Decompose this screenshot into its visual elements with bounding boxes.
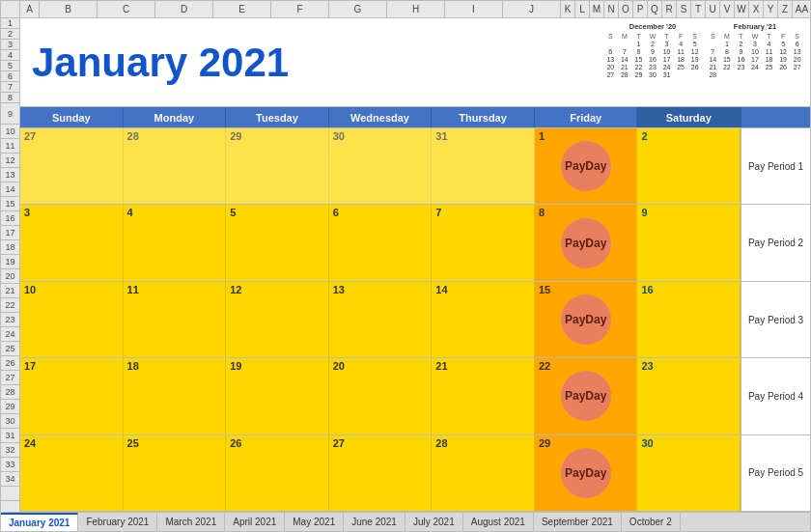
mini-cal-day <box>674 70 688 78</box>
cal-cell-11: 11 <box>124 282 227 357</box>
sheet-tab-february-2021[interactable]: February 2021 <box>78 513 157 532</box>
sheet-tab-july-2021[interactable]: July 2021 <box>406 513 463 532</box>
col-header-X: X <box>749 1 764 17</box>
col-header-B: B <box>40 1 98 17</box>
mini-cal-day: 20 <box>790 55 804 63</box>
row-num-23: 23 <box>1 313 19 327</box>
col-header-Y: Y <box>764 1 778 17</box>
cal-cell-10: 10 <box>20 282 124 357</box>
cal-cell-26: 26 <box>226 435 329 511</box>
date-number: 12 <box>230 284 241 295</box>
pay-period-label-1: Pay Period 1 <box>741 128 810 204</box>
cal-cell-19: 19 <box>226 358 329 434</box>
sheet-tab-september-2021[interactable]: September 2021 <box>534 513 622 532</box>
cal-cell-13: 13 <box>329 282 433 357</box>
date-number: 11 <box>127 284 139 295</box>
date-number: 7 <box>435 207 441 218</box>
mini-cal-day: 26 <box>776 63 791 70</box>
col-header-L: L <box>575 1 590 17</box>
day-header-wednesday: Wednesday <box>329 107 433 127</box>
sheet-tab-may-2021[interactable]: May 2021 <box>285 513 344 532</box>
payday-circle: PayDay <box>561 448 611 498</box>
col-header-row: ABCDEFGHIJKLMNOPQRSTUVWXYZAAAE <box>1 1 810 18</box>
mini-cal-day: 1 <box>720 40 735 47</box>
mini-cal-day: 12 <box>776 47 791 55</box>
row-num-28: 28 <box>1 385 19 400</box>
mini-cal-day <box>748 70 763 78</box>
date-number: 16 <box>641 284 653 295</box>
date-number: 2 <box>641 130 647 142</box>
mini-cal-day: 24 <box>659 63 674 70</box>
cal-cell-28: 28 <box>124 128 227 204</box>
mini-cal-day: 1 <box>631 40 646 47</box>
row-num-26: 26 <box>1 356 19 371</box>
row-num-9: 9 <box>1 103 19 125</box>
col-header-S: S <box>677 1 691 17</box>
day-header-sunday: Sunday <box>20 107 124 127</box>
mini-cal-day: 3 <box>659 40 674 47</box>
calendar-week-4: 171819202122PayDay23Pay Period 4 <box>20 358 810 434</box>
sheet-tab-march-2021[interactable]: March 2021 <box>157 513 225 532</box>
mini-cal-day: 6 <box>603 47 618 55</box>
date-number: 22 <box>539 360 550 372</box>
payday-circle: PayDay <box>561 218 611 268</box>
col-header-R: R <box>662 1 677 17</box>
mini-cal-day: 8 <box>720 47 735 55</box>
mini-cal-day: 14 <box>618 55 632 63</box>
col-header-O: O <box>619 1 633 17</box>
mini-cal-day <box>762 70 776 78</box>
calendar-section: Sunday Monday Tuesday Wednesday Thursday… <box>20 107 810 512</box>
grid-content: January 2021 December '20SMTWTFS12345678… <box>20 18 810 512</box>
row-num-20: 20 <box>1 269 19 284</box>
cal-cell-25: 25 <box>124 435 227 511</box>
calendar-week-3: 101112131415PayDay16Pay Period 3 <box>20 282 810 358</box>
row-num-11: 11 <box>1 139 19 154</box>
mini-cal-day: 15 <box>631 55 646 63</box>
cal-cell-31: 31 <box>432 128 535 204</box>
mini-cal-day <box>734 70 748 78</box>
col-header-K: K <box>561 1 575 17</box>
date-number: 9 <box>641 207 647 218</box>
date-number: 17 <box>24 360 36 372</box>
cal-cell-7: 7 <box>432 205 535 280</box>
sheet-tabs[interactable]: January 2021February 2021March 2021April… <box>1 512 810 531</box>
calendar-week-1: 27282930311PayDay2Pay Period 1 <box>20 128 810 205</box>
payday-circle: PayDay <box>561 141 611 191</box>
mini-cal-day: 29 <box>631 70 646 78</box>
sheet-tab-october-2[interactable]: October 2 <box>622 513 681 532</box>
mini-cal-day: 28 <box>618 70 632 78</box>
mini-cal-day: 27 <box>790 63 804 70</box>
date-number: 27 <box>24 130 36 142</box>
mini-cal-day: 10 <box>748 47 763 55</box>
payday-circle: PayDay <box>561 371 611 421</box>
row-numbers: 1234567891011121314151617181920212223242… <box>1 18 20 512</box>
row-num-32: 32 <box>1 443 19 458</box>
sheet-tab-april-2021[interactable]: April 2021 <box>225 513 285 532</box>
date-number: 31 <box>435 130 447 142</box>
day-headers-row: Sunday Monday Tuesday Wednesday Thursday… <box>20 107 810 128</box>
mini-cal-day: 4 <box>674 40 688 47</box>
mini-calendar-dec: December '20SMTWTFS123456789101112131415… <box>603 22 702 102</box>
row-num-27: 27 <box>1 371 19 385</box>
mini-cal-day: 4 <box>762 40 776 47</box>
cal-cell-21: 21 <box>432 358 535 434</box>
row-num-13: 13 <box>1 168 19 182</box>
sheet-tab-august-2021[interactable]: August 2021 <box>463 513 534 532</box>
mini-cal-day <box>776 70 791 78</box>
row-num-19: 19 <box>1 255 19 269</box>
date-number: 20 <box>333 360 345 372</box>
row-num-24: 24 <box>1 327 19 342</box>
date-number: 14 <box>435 284 447 295</box>
date-number: 29 <box>230 130 241 142</box>
sheet-tab-june-2021[interactable]: June 2021 <box>344 513 406 532</box>
cal-cell-17: 17 <box>20 358 124 434</box>
date-number: 4 <box>127 207 133 218</box>
mini-cal-day: 16 <box>646 55 660 63</box>
date-number: 23 <box>641 360 653 372</box>
sheet-tab-january-2021[interactable]: January 2021 <box>1 513 78 532</box>
mini-cal-day: 16 <box>734 55 748 63</box>
date-number: 6 <box>333 207 339 218</box>
cal-cell-5: 5 <box>226 205 329 280</box>
cal-cell-23: 23 <box>637 358 741 434</box>
cal-cell-18: 18 <box>124 358 227 434</box>
